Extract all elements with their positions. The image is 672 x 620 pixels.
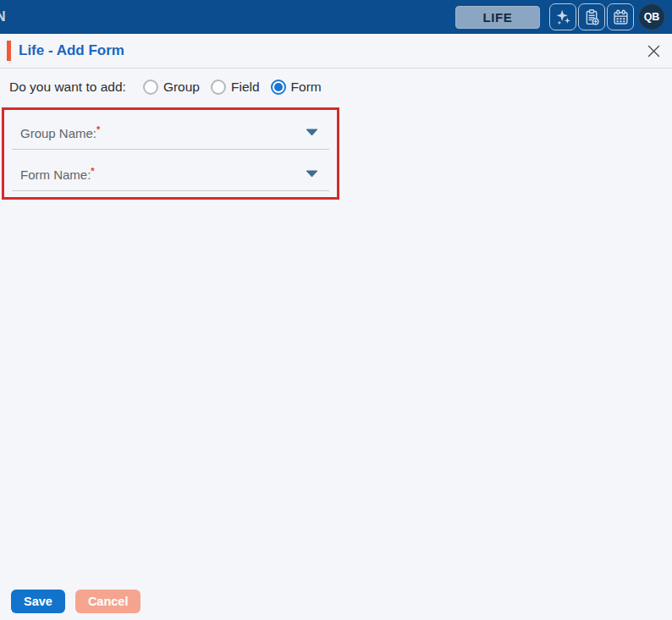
chevron-down-icon — [306, 129, 318, 136]
form-name-dropdown[interactable]: Form Name:* — [12, 157, 329, 191]
radio-option-field[interactable]: Field — [211, 80, 260, 95]
panel-header: Life - Add Form — [0, 34, 672, 69]
question-label: Do you want to add: — [9, 80, 126, 95]
group-name-label: Group Name:* — [20, 124, 100, 140]
avatar[interactable]: QB — [638, 3, 665, 30]
radio-label-form: Form — [291, 80, 322, 95]
form-name-label-text: Form Name: — [20, 167, 91, 182]
save-button[interactable]: Save — [11, 590, 65, 613]
radio-label-group: Group — [163, 80, 200, 95]
radio-circle-form[interactable] — [271, 80, 286, 95]
calendar-icon[interactable] — [607, 3, 634, 30]
footer-actions: Save Cancel — [0, 590, 672, 620]
cancel-button[interactable]: Cancel — [75, 590, 141, 613]
page-title: Life - Add Form — [19, 42, 124, 59]
group-name-label-text: Group Name: — [20, 126, 96, 140]
top-bar: N LIFE — [0, 0, 672, 34]
chevron-down-icon — [306, 170, 318, 178]
logo-fragment: N — [0, 9, 7, 25]
life-button[interactable]: LIFE — [455, 6, 540, 29]
form-name-label: Form Name:* — [20, 166, 95, 182]
radio-circle-group[interactable] — [143, 80, 158, 95]
required-asterisk: * — [96, 124, 100, 134]
close-icon[interactable] — [643, 41, 664, 62]
required-asterisk: * — [91, 166, 94, 176]
highlight-box: Group Name:* Form Name:* — [2, 107, 339, 200]
radio-option-form[interactable]: Form — [271, 80, 322, 95]
radio-label-field: Field — [231, 80, 260, 95]
radio-option-group[interactable]: Group — [143, 80, 200, 95]
title-accent-bar — [7, 41, 11, 61]
clipboard-add-icon[interactable] — [578, 3, 605, 30]
radio-circle-field[interactable] — [211, 80, 226, 95]
sparkles-icon[interactable] — [549, 3, 576, 30]
add-type-radio-group: Do you want to add: Group Field Form — [0, 78, 672, 96]
group-name-dropdown[interactable]: Group Name:* — [12, 116, 329, 150]
topbar-actions: LIFE — [455, 3, 665, 30]
